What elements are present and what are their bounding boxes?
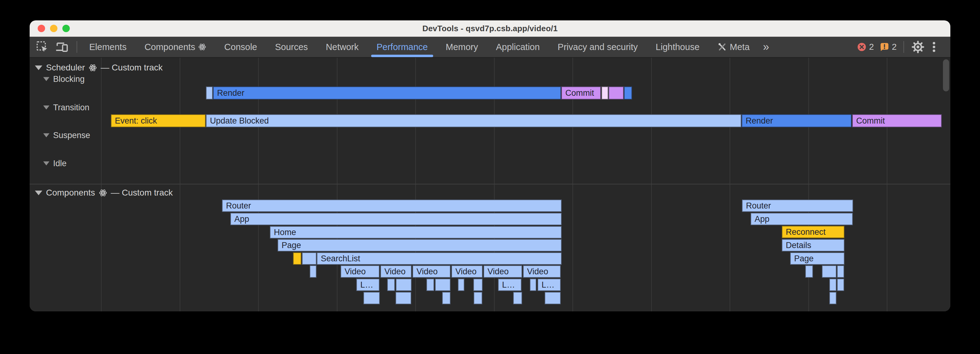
lane-transition[interactable]: Transition [43, 103, 89, 112]
settings-gear-icon[interactable] [912, 40, 924, 53]
flame-bar-searchlist[interactable]: SearchList [317, 252, 562, 265]
flame-bar[interactable] [363, 292, 380, 304]
flame-bar-video[interactable]: Video [523, 265, 561, 278]
flame-bar[interactable] [442, 292, 450, 304]
flame-bar[interactable] [822, 265, 837, 278]
title-bar[interactable]: DevTools - qsvd7p.csb.app/video/1 [30, 21, 950, 37]
time-gridline [887, 58, 888, 311]
flame-bar-video[interactable]: Video [380, 265, 412, 278]
kebab-menu-icon[interactable] [929, 40, 939, 53]
bar-label: SearchList [321, 254, 360, 263]
collapse-triangle-icon[interactable] [35, 191, 42, 195]
vertical-scrollbar-thumb[interactable] [943, 59, 949, 91]
flame-bar[interactable] [609, 86, 624, 99]
flame-bar[interactable] [624, 86, 632, 99]
tab-memory[interactable]: Memory [437, 37, 487, 57]
flame-bar[interactable] [829, 292, 837, 304]
tab-privacy-and-security[interactable]: Privacy and security [549, 37, 647, 57]
inspect-element-icon[interactable] [36, 40, 49, 53]
tab-sources[interactable]: Sources [266, 37, 317, 57]
flame-bar[interactable] [829, 279, 837, 291]
flame-bar-render[interactable]: Render [741, 114, 851, 127]
bar-label: App [755, 214, 769, 224]
flame-bar-router[interactable]: Router [222, 199, 562, 212]
flame-bar-commit[interactable]: Commit [561, 86, 601, 99]
more-tabs-button[interactable]: » [759, 40, 773, 53]
flame-bar[interactable] [545, 292, 561, 304]
flame-bar-event-click[interactable]: Event: click [111, 114, 206, 127]
window-title: DevTools - qsvd7p.csb.app/video/1 [422, 24, 558, 33]
flame-bar-video[interactable]: Video [412, 265, 450, 278]
tools-icon [718, 42, 727, 52]
track-header-components[interactable]: Components— Custom track [35, 188, 173, 198]
flame-bar-l[interactable]: L… [538, 279, 561, 291]
flame-bar-app[interactable]: App [751, 213, 853, 225]
tab-console[interactable]: Console [215, 37, 266, 57]
flame-bar-video[interactable]: Video [340, 265, 379, 278]
flame-bar[interactable] [396, 279, 412, 291]
devtools-toolbar: ElementsComponentsConsoleSourcesNetworkP… [30, 37, 950, 58]
close-button[interactable] [38, 25, 45, 32]
flame-bar[interactable] [435, 279, 450, 291]
bar-label: Update Blocked [210, 116, 269, 126]
timeline-panel[interactable]: Scheduler— Custom trackComponents— Custo… [30, 58, 950, 311]
flame-bar[interactable] [293, 252, 301, 265]
flame-bar-home[interactable]: Home [270, 226, 562, 238]
flame-bar[interactable] [426, 279, 434, 291]
lane-name: Idle [53, 159, 67, 168]
collapse-triangle-icon[interactable] [35, 65, 42, 70]
flame-bar[interactable] [530, 279, 536, 291]
collapse-triangle-icon[interactable] [43, 161, 49, 166]
lane-suspense[interactable]: Suspense [43, 131, 90, 140]
flame-bar[interactable] [513, 292, 522, 304]
flame-bar-l[interactable]: L… [498, 279, 522, 291]
time-gridline [101, 58, 102, 311]
tab-label: Sources [275, 42, 308, 52]
track-header-scheduler[interactable]: Scheduler— Custom track [35, 63, 163, 73]
flame-bar-video[interactable]: Video [484, 265, 522, 278]
flame-bar[interactable] [310, 265, 317, 278]
flame-bar-app[interactable]: App [230, 213, 562, 225]
tab-lighthouse[interactable]: Lighthouse [647, 37, 709, 57]
tab-meta[interactable]: Meta [709, 37, 759, 57]
flame-bar-render[interactable]: Render [213, 86, 561, 99]
zoom-button[interactable] [62, 25, 70, 32]
lane-idle[interactable]: Idle [43, 159, 67, 168]
flame-bar-l[interactable]: L… [356, 279, 379, 291]
flame-bar-page[interactable]: Page [790, 252, 845, 265]
flame-bar[interactable] [805, 265, 813, 278]
bar-label: Reconnect [786, 227, 826, 237]
flame-bar[interactable] [302, 252, 317, 265]
minimize-button[interactable] [50, 25, 57, 32]
flame-bar[interactable] [474, 292, 482, 304]
collapse-triangle-icon[interactable] [43, 134, 49, 137]
flame-bar-page[interactable]: Page [278, 239, 562, 252]
bar-label: Video [488, 267, 509, 276]
bar-label: Video [417, 267, 438, 276]
flame-bar[interactable] [837, 279, 844, 291]
issues-badge[interactable]: 2 [879, 42, 897, 52]
flame-bar-details[interactable]: Details [782, 239, 845, 252]
collapse-triangle-icon[interactable] [43, 77, 49, 81]
tab-performance[interactable]: Performance [368, 37, 437, 57]
flame-bar[interactable] [206, 86, 213, 99]
flame-bar[interactable] [458, 279, 465, 291]
flame-bar-video[interactable]: Video [452, 265, 483, 278]
flame-bar-reconnect[interactable]: Reconnect [782, 226, 845, 238]
collapse-triangle-icon[interactable] [43, 106, 49, 110]
tab-network[interactable]: Network [317, 37, 368, 57]
lane-blocking[interactable]: Blocking [43, 75, 84, 84]
flame-bar-router[interactable]: Router [742, 199, 853, 212]
tab-elements[interactable]: Elements [80, 37, 135, 57]
flame-bar-commit[interactable]: Commit [852, 114, 942, 127]
flame-bar[interactable] [473, 279, 483, 291]
flame-bar[interactable] [601, 86, 608, 99]
flame-bar-update-blocked[interactable]: Update Blocked [206, 114, 741, 127]
flame-bar[interactable] [837, 265, 844, 278]
device-toolbar-icon[interactable] [55, 40, 69, 53]
tab-application[interactable]: Application [487, 37, 549, 57]
error-badge[interactable]: 2 [857, 42, 874, 52]
flame-bar[interactable] [387, 279, 395, 291]
tab-components[interactable]: Components [135, 37, 215, 57]
flame-bar[interactable] [396, 292, 411, 304]
